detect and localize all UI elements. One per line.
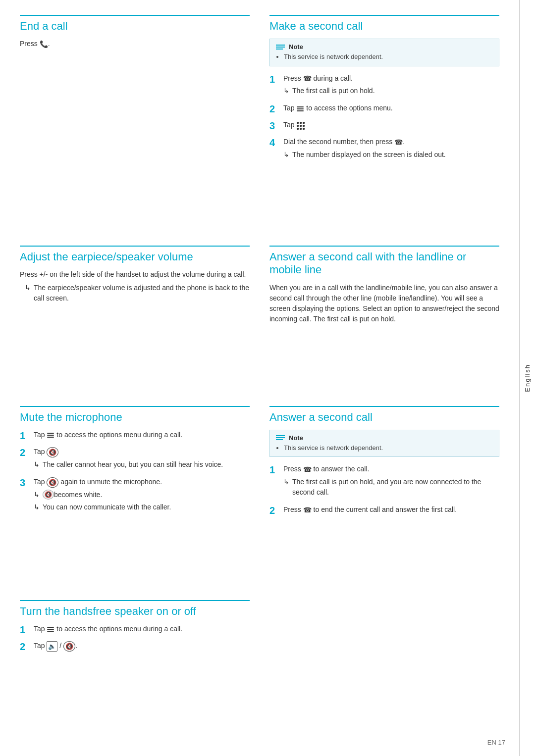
step-item: 1 Press ☎ during a call. The first call …: [269, 73, 499, 99]
grid-icon: [296, 122, 305, 130]
mute-icon-1: 🔇: [47, 447, 58, 458]
answer-second-call-line-section: Answer a second call with the landline o…: [269, 246, 499, 327]
end-call-title: End a call: [20, 15, 250, 33]
step-item: 2 Tap 🔇 The caller cannot hear you, but …: [20, 447, 250, 472]
menu-icon-2: [47, 433, 54, 438]
menu-icon-3: [47, 627, 54, 632]
speaker-icon: 🔈: [47, 641, 57, 652]
note-header: Note: [276, 43, 493, 50]
answer-second-call-steps: 1 Press ☎ to answer the call. The first …: [269, 464, 499, 516]
phone-icon-1: ☎: [303, 73, 312, 84]
adjust-volume-title: Adjust the earpiece/speaker volume: [20, 246, 250, 263]
mute-icon-3: 🔇: [63, 641, 75, 652]
mute-microphone-steps: 1 Tap to access the options menu during …: [20, 430, 250, 514]
mute-icon-white: 🔇: [43, 490, 54, 500]
note-icon: [276, 45, 285, 50]
side-tab-label: English: [524, 364, 531, 392]
answer-second-call-note-body: This service is network dependent.: [276, 444, 493, 453]
step-item: 1 Tap to access the options menu during …: [20, 624, 250, 636]
end-call-body: Press 📞.: [20, 39, 250, 50]
make-second-call-note-box: Note This service is network dependent.: [269, 39, 499, 66]
phone-icon-2: ☎: [394, 137, 403, 148]
make-second-call-note-body: This service is network dependent.: [276, 52, 493, 61]
answer-second-call-title: Answer a second call: [269, 406, 499, 424]
answer-second-call-line-title: Answer a second call with the landline o…: [269, 246, 499, 277]
handsfree-title: Turn the handsfree speaker on or off: [20, 600, 250, 618]
step-item: 2 Press ☎ to end the current call and an…: [269, 504, 499, 516]
step-item: 1 Tap to access the options menu during …: [20, 430, 250, 442]
handsfree-section: Turn the handsfree speaker on or off 1 T…: [20, 600, 250, 657]
make-second-call-section: Make a second call Note This service is …: [269, 15, 499, 167]
step-item: 3 Tap 🔇 again to unmute the microphone. …: [20, 477, 250, 514]
note-header-2: Note: [276, 434, 493, 442]
page-footer: EN 17: [487, 739, 505, 746]
phone-icon-4: ☎: [303, 505, 312, 515]
mute-microphone-title: Mute the microphone: [20, 406, 250, 424]
side-tab: English: [519, 0, 535, 756]
step-item: 2 Tap to access the options menu.: [269, 103, 499, 115]
answer-second-call-note-box: Note This service is network dependent.: [269, 430, 499, 457]
phone-icon-3: ☎: [303, 464, 312, 475]
phone-end-icon: 📞: [40, 39, 48, 50]
step-item: 4 Dial the second number, then press ☎. …: [269, 137, 499, 162]
note-icon-2: [276, 435, 285, 440]
step-item: 2 Tap 🔈 / 🔇.: [20, 641, 250, 653]
step-item: 3 Tap: [269, 120, 499, 132]
answer-second-call-section: Answer a second call Note This service i…: [269, 406, 499, 521]
mute-microphone-section: Mute the microphone 1 Tap to access the …: [20, 406, 250, 519]
make-second-call-title: Make a second call: [269, 15, 499, 33]
menu-icon-1: [296, 106, 304, 111]
handsfree-steps: 1 Tap to access the options menu during …: [20, 624, 250, 653]
adjust-volume-section: Adjust the earpiece/speaker volume Press…: [20, 246, 250, 305]
make-second-call-steps: 1 Press ☎ during a call. The first call …: [269, 73, 499, 162]
end-call-section: End a call Press 📞.: [20, 15, 250, 52]
mute-icon-2: 🔇: [47, 477, 58, 488]
step-item: 1 Press ☎ to answer the call. The first …: [269, 464, 499, 500]
